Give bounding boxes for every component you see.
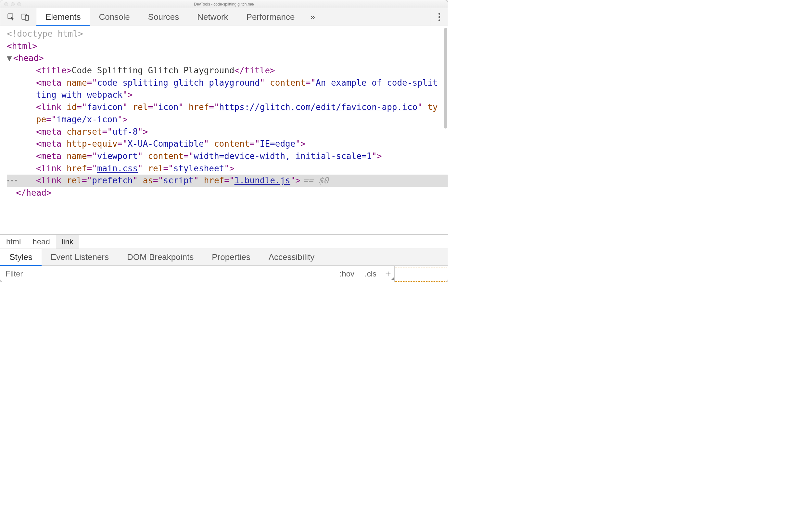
main-toolbar: Elements Console Sources Network Perform…: [0, 8, 448, 26]
traffic-zoom[interactable]: [17, 2, 21, 6]
dom-html-open[interactable]: <html>: [7, 40, 448, 52]
tab-label: Sources: [148, 12, 179, 22]
tab-network[interactable]: Network: [188, 8, 237, 26]
traffic-lights: [0, 2, 21, 6]
dom-tree[interactable]: <!doctype html> <html> ▼<head> <title>Co…: [0, 26, 448, 234]
tabs-overflow-button[interactable]: »: [304, 8, 321, 26]
styles-filter-row: :hov .cls: [0, 266, 448, 282]
dom-meta-charset[interactable]: <meta charset="utf-8">: [7, 126, 448, 138]
window-title: DevTools - code-splitting.glitch.me/: [0, 2, 448, 6]
window-titlebar: DevTools - code-splitting.glitch.me/: [0, 0, 448, 8]
traffic-minimize[interactable]: [11, 2, 15, 6]
subtab-properties[interactable]: Properties: [203, 249, 260, 266]
dom-title[interactable]: <title>Code Splitting Glitch Playground<…: [7, 64, 448, 77]
selection-indicator: == $0: [303, 176, 328, 185]
dom-meta-compat[interactable]: <meta http-equiv="X-UA-Compatible" conte…: [7, 138, 448, 150]
subtab-event-listeners[interactable]: Event Listeners: [42, 249, 118, 266]
cls-toggle-button[interactable]: .cls: [360, 266, 382, 282]
inspect-element-icon[interactable]: [6, 12, 16, 22]
hov-toggle-button[interactable]: :hov: [335, 266, 360, 282]
dom-link-prefetch-selected[interactable]: <link rel="prefetch" as="script" href="1…: [7, 175, 448, 187]
device-toolbar-icon[interactable]: [20, 12, 30, 22]
subtab-accessibility[interactable]: Accessibility: [260, 249, 324, 266]
crumb-html[interactable]: html: [0, 235, 27, 249]
crumb-link[interactable]: link: [56, 235, 79, 249]
tab-label: Performance: [247, 12, 295, 22]
tab-sources[interactable]: Sources: [139, 8, 188, 26]
breadcrumb: html head link: [0, 235, 448, 249]
settings-kebab-icon[interactable]: [436, 13, 443, 21]
elements-panel: <!doctype html> <html> ▼<head> <title>Co…: [0, 26, 448, 235]
dom-link-favicon[interactable]: <link id="favicon" rel="icon" href="http…: [7, 101, 448, 125]
devtools-window: DevTools - code-splitting.glitch.me/ Ele…: [0, 0, 448, 282]
expand-arrow-icon[interactable]: ▼: [7, 52, 12, 64]
tab-label: Console: [99, 12, 130, 22]
tab-elements[interactable]: Elements: [37, 8, 90, 26]
overflow-glyph: »: [310, 12, 315, 22]
subtab-dom-breakpoints[interactable]: DOM Breakpoints: [118, 249, 203, 266]
tab-console[interactable]: Console: [90, 8, 139, 26]
dom-head-open[interactable]: ▼<head>: [7, 52, 448, 64]
tab-label: Network: [197, 12, 228, 22]
subtab-styles[interactable]: Styles: [0, 249, 42, 266]
dom-doctype[interactable]: <!doctype html>: [7, 28, 448, 40]
dom-meta-viewport[interactable]: <meta name="viewport" content="width=dev…: [7, 150, 448, 163]
tab-label: Elements: [45, 12, 81, 22]
tab-performance[interactable]: Performance: [237, 8, 304, 26]
traffic-close[interactable]: [4, 2, 8, 6]
toolbar-right: [430, 8, 448, 26]
dom-meta-description[interactable]: <meta name="code splitting glitch playgr…: [7, 77, 448, 101]
scrollbar-thumb[interactable]: [444, 28, 447, 129]
metrics-preview: [395, 267, 447, 282]
crumb-head[interactable]: head: [27, 235, 56, 249]
filter-input[interactable]: [0, 266, 335, 282]
dom-head-close[interactable]: </head>: [7, 187, 448, 199]
new-style-rule-button[interactable]: [382, 266, 395, 282]
svg-rect-2: [25, 16, 29, 20]
main-tabs: Elements Console Sources Network Perform…: [37, 8, 430, 26]
dom-link-css[interactable]: <link href="main.css" rel="stylesheet">: [7, 163, 448, 175]
toolbar-left: [0, 8, 37, 26]
sidebar-tabs: Styles Event Listeners DOM Breakpoints P…: [0, 249, 448, 266]
